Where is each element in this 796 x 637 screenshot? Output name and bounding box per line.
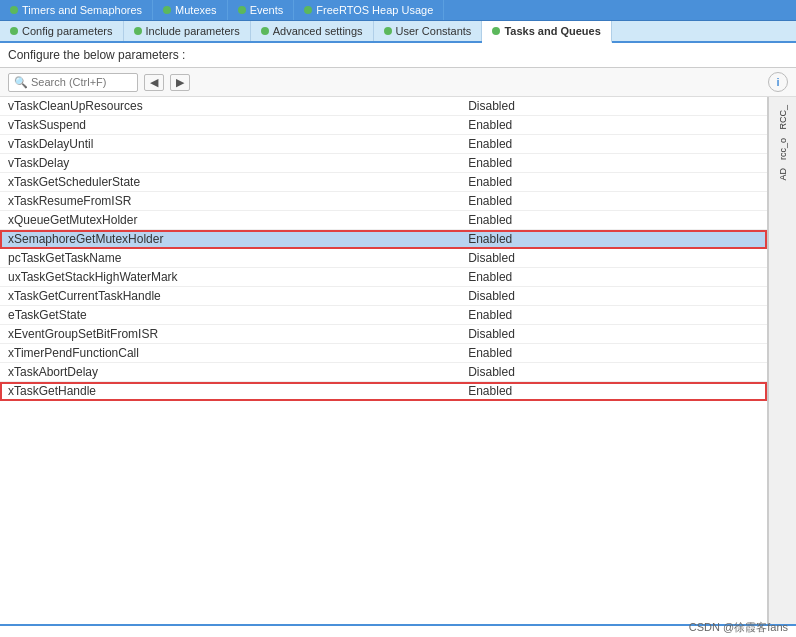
tab-mutexes[interactable]: Mutexes [153, 0, 228, 20]
param-name: pcTaskGetTaskName [0, 249, 460, 268]
param-status: Enabled [460, 173, 767, 192]
configure-text: Configure the below parameters : [8, 48, 185, 62]
table-row[interactable]: xTaskGetHandleEnabled [0, 382, 767, 401]
second-tab-bar: Config parameters Include parameters Adv… [0, 21, 796, 43]
table-row[interactable]: eTaskGetStateEnabled [0, 306, 767, 325]
table-row[interactable]: xSemaphoreGetMutexHolderEnabled [0, 230, 767, 249]
param-name: xTaskGetCurrentTaskHandle [0, 287, 460, 306]
dot-icon [492, 27, 500, 35]
table-row[interactable]: vTaskDelayEnabled [0, 154, 767, 173]
toolbar: 🔍 ◀ ▶ i [0, 68, 796, 97]
dot-icon [261, 27, 269, 35]
info-button[interactable]: i [768, 72, 788, 92]
dot-icon [384, 27, 392, 35]
dot-icon [10, 27, 18, 35]
brand: CSDN @徐霞客fans [689, 620, 788, 635]
param-status: Enabled [460, 344, 767, 363]
table-row[interactable]: xTaskGetCurrentTaskHandleDisabled [0, 287, 767, 306]
dot-icon [134, 27, 142, 35]
list-panel: vTaskCleanUpResourcesDisabledvTaskSuspen… [0, 97, 768, 624]
search-input[interactable] [31, 76, 132, 88]
main-area: vTaskCleanUpResourcesDisabledvTaskSuspen… [0, 97, 796, 624]
parameters-table: vTaskCleanUpResourcesDisabledvTaskSuspen… [0, 97, 767, 401]
param-name: xTaskGetHandle [0, 382, 460, 401]
tab-user-constants-label: User Constants [396, 25, 472, 37]
configure-bar: Configure the below parameters : [0, 43, 796, 68]
param-status: Enabled [460, 154, 767, 173]
param-status: Disabled [460, 249, 767, 268]
tab-freertos-heap[interactable]: FreeRTOS Heap Usage [294, 0, 444, 20]
table-row[interactable]: xTimerPendFunctionCallEnabled [0, 344, 767, 363]
param-name: xEventGroupSetBitFromISR [0, 325, 460, 344]
tab-include-label: Include parameters [146, 25, 240, 37]
table-row[interactable]: xTaskGetSchedulerStateEnabled [0, 173, 767, 192]
tab-config-parameters[interactable]: Config parameters [0, 21, 124, 41]
tab-freertos-heap-label: FreeRTOS Heap Usage [316, 4, 433, 16]
tab-config-label: Config parameters [22, 25, 113, 37]
tab-mutexes-label: Mutexes [175, 4, 217, 16]
param-name: xTimerPendFunctionCall [0, 344, 460, 363]
param-status: Disabled [460, 325, 767, 344]
param-status: Enabled [460, 230, 767, 249]
sidebar-label-rcc-o[interactable]: rcc_o [778, 134, 788, 164]
param-status: Disabled [460, 97, 767, 116]
param-status: Disabled [460, 363, 767, 382]
param-status: Enabled [460, 135, 767, 154]
param-status: Enabled [460, 116, 767, 135]
sidebar-label-rcc[interactable]: RCC_ [778, 101, 788, 134]
table-row[interactable]: xQueueGetMutexHolderEnabled [0, 211, 767, 230]
tab-tasks-queues[interactable]: Tasks and Queues [482, 21, 611, 43]
table-row[interactable]: xTaskResumeFromISREnabled [0, 192, 767, 211]
tab-timers-semaphores-label: Timers and Semaphores [22, 4, 142, 16]
param-status: Enabled [460, 268, 767, 287]
param-name: xQueueGetMutexHolder [0, 211, 460, 230]
param-status: Enabled [460, 382, 767, 401]
table-row[interactable]: vTaskSuspendEnabled [0, 116, 767, 135]
param-name: vTaskCleanUpResources [0, 97, 460, 116]
nav-next-button[interactable]: ▶ [170, 74, 190, 91]
table-row[interactable]: vTaskCleanUpResourcesDisabled [0, 97, 767, 116]
table-row[interactable]: xEventGroupSetBitFromISRDisabled [0, 325, 767, 344]
table-row[interactable]: uxTaskGetStackHighWaterMarkEnabled [0, 268, 767, 287]
search-icon: 🔍 [14, 76, 28, 89]
table-row[interactable]: xTaskAbortDelayDisabled [0, 363, 767, 382]
tab-advanced-label: Advanced settings [273, 25, 363, 37]
param-name: xTaskResumeFromISR [0, 192, 460, 211]
table-row[interactable]: pcTaskGetTaskNameDisabled [0, 249, 767, 268]
param-name: xTaskAbortDelay [0, 363, 460, 382]
param-name: uxTaskGetStackHighWaterMark [0, 268, 460, 287]
description-panel: xSemaphoreGetMutexHolder xSemaphoreGetMu… [0, 624, 796, 637]
dot-icon [10, 6, 18, 14]
search-box[interactable]: 🔍 [8, 73, 138, 92]
top-tab-bar: Timers and Semaphores Mutexes Events Fre… [0, 0, 796, 21]
tab-timers-semaphores[interactable]: Timers and Semaphores [0, 0, 153, 20]
info-icon: i [776, 76, 779, 88]
nav-prev-button[interactable]: ◀ [144, 74, 164, 91]
tab-events[interactable]: Events [228, 0, 295, 20]
tab-user-constants[interactable]: User Constants [374, 21, 483, 41]
param-name: vTaskSuspend [0, 116, 460, 135]
tab-events-label: Events [250, 4, 284, 16]
param-name: eTaskGetState [0, 306, 460, 325]
param-name: vTaskDelay [0, 154, 460, 173]
param-status: Enabled [460, 211, 767, 230]
dot-icon [163, 6, 171, 14]
tab-tasks-queues-label: Tasks and Queues [504, 25, 600, 37]
table-row[interactable]: vTaskDelayUntilEnabled [0, 135, 767, 154]
dot-icon [304, 6, 312, 14]
tab-include-parameters[interactable]: Include parameters [124, 21, 251, 41]
param-name: vTaskDelayUntil [0, 135, 460, 154]
right-sidebar: RCC_ rcc_o AD [768, 97, 796, 624]
sidebar-label-ad[interactable]: AD [778, 164, 788, 185]
param-status: Disabled [460, 287, 767, 306]
param-status: Enabled [460, 192, 767, 211]
param-name: xTaskGetSchedulerState [0, 173, 460, 192]
param-status: Enabled [460, 306, 767, 325]
param-name: xSemaphoreGetMutexHolder [0, 230, 460, 249]
tab-advanced-settings[interactable]: Advanced settings [251, 21, 374, 41]
dot-icon [238, 6, 246, 14]
